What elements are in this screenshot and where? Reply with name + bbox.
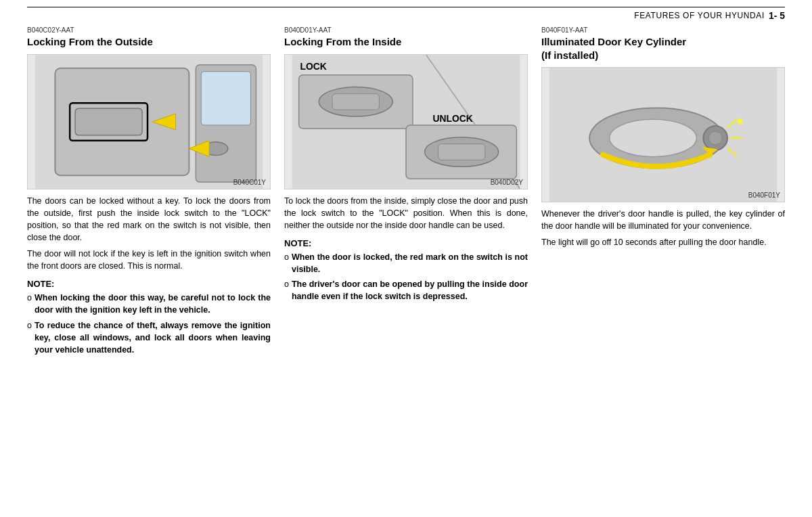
section-code-inside: B040D01Y-AAT [284, 26, 528, 34]
diagram-inside-svg: LOCK UNLOCK [285, 55, 527, 189]
diagram-code-inside: B040D02Y [491, 179, 523, 186]
diagram-inside: LOCK UNLOCK B040D02Y [284, 54, 528, 189]
svg-point-28 [738, 118, 743, 124]
diagram-outside: B040C01Y [27, 54, 271, 189]
section-code-illuminated: B040F01Y-AAT [541, 26, 785, 34]
note-item-text-inside-1: When the door is locked, the red mark on… [292, 251, 528, 275]
svg-rect-16 [438, 143, 485, 160]
body-text-illuminated-1: Whenever the driver's door handle is pul… [541, 208, 785, 232]
note-bullet-inside-2: o [284, 278, 289, 302]
column-illuminated: B040F01Y-AAT Illuminated Door Key Cylind… [541, 26, 785, 503]
content-row: B040C02Y-AAT Locking From the Outside [27, 26, 785, 503]
note-item-inside-2: o The driver's door can be opened by pul… [284, 278, 528, 302]
svg-point-23 [708, 131, 722, 145]
section-title-inside: Locking From the Inside [284, 35, 528, 49]
header-bar: FEATURES OF YOUR HYUNDAI 1- 5 [27, 10, 785, 21]
header-section-text: FEATURES OF YOUR HYUNDAI [634, 11, 765, 20]
note-item-outside-1: o When locking the door this way, be car… [27, 292, 271, 316]
note-bullet-outside-1: o [27, 292, 32, 316]
diagram-code-illuminated: B040F01Y [748, 192, 780, 199]
svg-point-21 [610, 119, 697, 156]
svg-text:LOCK: LOCK [300, 60, 327, 71]
note-title-inside: NOTE: [284, 238, 528, 248]
svg-rect-6 [201, 71, 250, 125]
svg-rect-2 [75, 108, 142, 135]
note-title-outside: NOTE: [27, 279, 271, 289]
body-text-outside-2: The door will not lock if the key is lef… [27, 248, 271, 272]
diagram-illuminated-svg [542, 68, 784, 202]
note-item-inside-1: o When the door is locked, the red mark … [284, 251, 528, 275]
header-page-number: 1- 5 [769, 10, 785, 21]
column-outside: B040C02Y-AAT Locking From the Outside [27, 26, 271, 503]
note-item-outside-2: o To reduce the chance of theft, always … [27, 319, 271, 356]
column-inside: B040D01Y-AAT Locking From the Inside [284, 26, 528, 503]
page-container: FEATURES OF YOUR HYUNDAI 1- 5 B040C02Y-A… [0, 0, 812, 517]
body-text-inside-1: To lock the doors from the inside, simpl… [284, 195, 528, 231]
note-bullet-outside-2: o [27, 319, 32, 356]
body-text-outside-1: The doors can be locked without a key. T… [27, 195, 271, 244]
diagram-illuminated: B040F01Y [541, 67, 785, 202]
note-item-text-inside-2: The driver's door can be opened by pulli… [292, 278, 528, 302]
header-rule [27, 7, 785, 7]
note-item-text-outside-2: To reduce the chance of theft, always re… [35, 319, 271, 356]
body-text-illuminated-2: The light will go off 10 seconds after p… [541, 236, 785, 248]
note-item-text-outside-1: When locking the door this way, be caref… [35, 292, 271, 316]
svg-text:UNLOCK: UNLOCK [433, 113, 473, 124]
diagram-outside-svg [28, 55, 270, 189]
section-code-outside: B040C02Y-AAT [27, 26, 271, 34]
diagram-code-outside: B040C01Y [233, 179, 266, 186]
note-bullet-inside-1: o [284, 251, 289, 275]
section-title-outside: Locking From the Outside [27, 35, 271, 49]
svg-rect-13 [332, 93, 379, 110]
section-title-illuminated: Illuminated Door Key Cylinder (If instal… [541, 35, 785, 62]
